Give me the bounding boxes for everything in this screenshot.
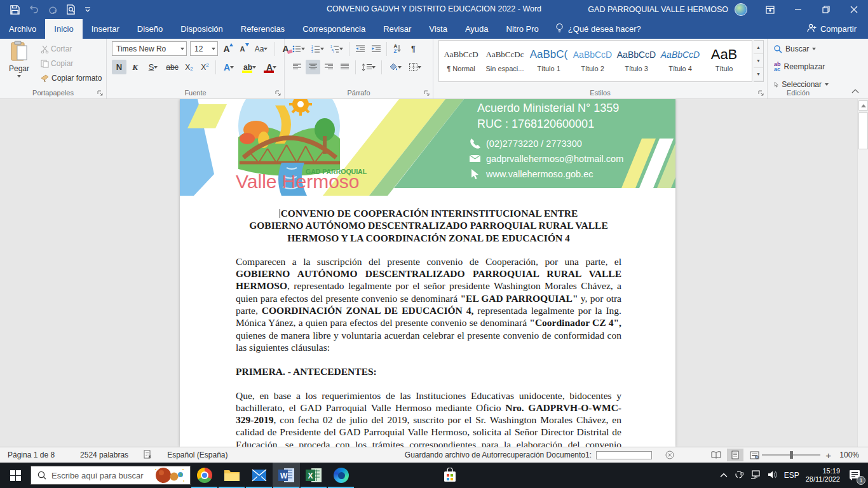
shrink-font-button[interactable]: A <box>235 41 250 56</box>
network-icon[interactable] <box>750 470 761 481</box>
ribbon-display-options-button[interactable] <box>756 0 784 19</box>
taskbar-word-icon[interactable]: W <box>273 463 300 488</box>
touch-keyboard-icon[interactable] <box>734 470 744 481</box>
undo-icon[interactable] <box>29 5 39 14</box>
taskbar-store-icon[interactable] <box>436 463 463 488</box>
cut-button[interactable]: Cortar <box>38 41 74 57</box>
tab-insertar[interactable]: Insertar <box>83 19 128 39</box>
action-center-icon[interactable]: 1 <box>846 467 863 484</box>
replace-button[interactable]: abac Reemplazar <box>768 59 829 74</box>
redo-icon[interactable] <box>48 5 57 14</box>
language-indicator[interactable]: Español (España) <box>159 451 235 459</box>
decrease-indent-button[interactable] <box>353 41 367 56</box>
taskbar-explorer-icon[interactable] <box>218 463 245 488</box>
vertical-scrollbar[interactable] <box>857 99 868 447</box>
tab-nitro-pro[interactable]: Nitro Pro <box>498 19 548 39</box>
taskbar-excel-icon[interactable]: X <box>300 463 327 488</box>
style-titulo-2[interactable]: AaBbCcDTítulo 2 <box>571 41 614 81</box>
tab-correspondencia[interactable]: Correspondencia <box>294 19 374 39</box>
tray-expand-icon[interactable] <box>720 471 728 480</box>
scroll-up-button[interactable] <box>858 100 868 111</box>
clipboard-dialog-launcher[interactable] <box>97 90 104 97</box>
styles-scrollbar[interactable]: ▲▼▼ <box>754 40 764 82</box>
tell-me-box[interactable]: ¿Qué desea hacer? <box>548 19 649 39</box>
align-right-button[interactable] <box>322 60 336 74</box>
tab-vista[interactable]: Vista <box>420 19 456 39</box>
format-painter-button[interactable]: Copiar formato <box>38 71 104 86</box>
styles-dialog-launcher[interactable] <box>758 90 764 97</box>
close-button[interactable] <box>840 0 868 19</box>
print-preview-icon[interactable] <box>66 4 76 15</box>
tray-clock[interactable]: 15:19 28/11/2022 <box>806 467 840 484</box>
customize-qat-icon[interactable] <box>85 6 91 13</box>
style-titulo[interactable]: AaBTítulo <box>702 41 746 81</box>
tab-ayuda[interactable]: Ayuda <box>456 19 498 39</box>
tab-inicio[interactable]: Inicio <box>45 19 82 39</box>
tab-archivo[interactable]: Archivo <box>0 19 45 39</box>
taskbar-search-input[interactable]: Escribe aquí para buscar <box>31 466 191 485</box>
scrollbar-thumb[interactable] <box>858 112 868 149</box>
minimize-button[interactable] <box>784 0 812 19</box>
zoom-out-button[interactable]: − <box>751 450 757 461</box>
volume-icon[interactable] <box>768 470 778 481</box>
tab-diseno[interactable]: Diseño <box>128 19 172 39</box>
print-layout-button[interactable] <box>727 449 743 461</box>
sort-button[interactable]: AZ <box>390 41 405 56</box>
copy-button[interactable]: Copiar <box>38 56 76 71</box>
taskbar-edge-icon[interactable] <box>327 463 355 488</box>
borders-button[interactable] <box>405 60 424 74</box>
tab-referencias[interactable]: Referencias <box>232 19 294 39</box>
style-titulo-4[interactable]: AaBbCcDTítulo 4 <box>658 41 702 81</box>
font-family-combo[interactable]: Times New Ro <box>112 41 187 56</box>
increase-indent-button[interactable] <box>369 41 383 56</box>
change-case-button[interactable]: Aa <box>251 41 271 56</box>
tab-revisar[interactable]: Revisar <box>374 19 420 39</box>
font-color-button[interactable]: A <box>261 60 281 74</box>
numbering-button[interactable]: 123 <box>309 41 327 56</box>
cancel-save-icon[interactable] <box>665 451 674 461</box>
language-indicator[interactable]: ESP <box>784 471 799 480</box>
font-size-combo[interactable]: 12 <box>190 41 218 56</box>
zoom-slider[interactable] <box>762 454 820 456</box>
account-name[interactable]: GAD PARROQUIAL VALLE HERMOSO <box>588 5 728 14</box>
read-mode-button[interactable] <box>708 449 724 461</box>
style-titulo-1[interactable]: AaBbC(Título 1 <box>527 41 571 81</box>
zoom-in-button[interactable]: + <box>825 450 831 461</box>
tab-disposicion[interactable]: Disposición <box>172 19 231 39</box>
document-body[interactable]: CONVENIO DE COOPERACIÓN INTERINSTITUCION… <box>236 196 621 447</box>
restore-button[interactable] <box>812 0 840 19</box>
account-avatar[interactable] <box>735 3 747 16</box>
text-effects-button[interactable]: A <box>219 60 238 74</box>
zoom-percentage[interactable]: 100% <box>836 451 859 459</box>
style-normal[interactable]: AaBbCcD¶ Normal <box>439 41 483 81</box>
paragraph-dialog-launcher[interactable] <box>424 90 430 97</box>
font-dialog-launcher[interactable] <box>275 90 281 97</box>
superscript-button[interactable]: X2 <box>198 60 212 74</box>
bold-button[interactable]: N <box>112 60 126 74</box>
taskbar-mail-icon[interactable] <box>245 463 273 488</box>
word-count[interactable]: 2524 palabras <box>72 451 136 459</box>
grow-font-button[interactable]: A <box>219 41 234 56</box>
page-indicator[interactable]: Página 1 de 8 <box>0 451 62 459</box>
style-titulo-3[interactable]: AaBbCcDTítulo 3 <box>614 41 658 81</box>
align-center-button[interactable] <box>306 60 320 74</box>
underline-button[interactable]: S <box>144 60 163 74</box>
find-button[interactable]: Buscar <box>768 41 829 57</box>
subscript-button[interactable]: X2 <box>182 60 196 74</box>
multilevel-list-button[interactable]: 1ai <box>328 41 346 56</box>
justify-button[interactable] <box>337 60 352 74</box>
collapse-ribbon-button[interactable] <box>851 87 859 96</box>
style-sin-espaciado[interactable]: AaBbCcDcSin espaci... <box>483 41 527 81</box>
bullets-button[interactable] <box>290 41 308 56</box>
taskbar-chrome-icon[interactable] <box>191 463 218 488</box>
zoom-slider-thumb[interactable] <box>790 451 793 459</box>
document-page[interactable]: Valle Hermoso GAD PARROQUIAL Acuerdo Min… <box>180 99 675 447</box>
proofing-icon[interactable] <box>136 450 159 461</box>
shading-button[interactable] <box>385 60 404 74</box>
strikethrough-button[interactable]: abc <box>164 60 180 74</box>
align-left-button[interactable] <box>290 60 304 74</box>
italic-button[interactable]: K <box>128 60 142 74</box>
highlight-button[interactable]: ab <box>240 60 260 74</box>
start-button[interactable] <box>0 463 31 488</box>
line-spacing-button[interactable] <box>359 60 378 74</box>
